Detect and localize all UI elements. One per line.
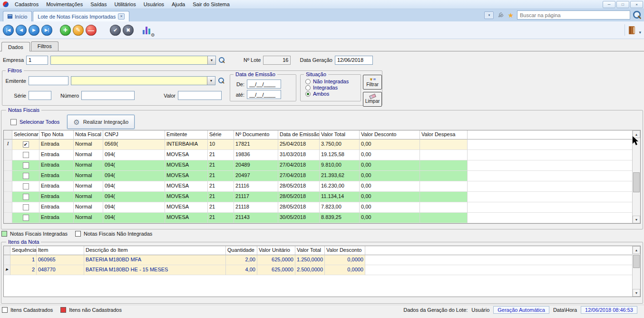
row-checkbox[interactable] [23,162,29,169]
notas-grid-row[interactable]: EntradaNormal094(MOVESA211983631/03/2018… [4,150,640,160]
notas-column-header[interactable]: Data de Emissão [278,130,320,139]
row-checkbox[interactable] [23,183,29,189]
cell-selecionar[interactable] [12,192,39,202]
tab-filtros[interactable]: Filtros [31,41,59,51]
emitente-search-icon[interactable] [218,77,224,84]
notas-column-header[interactable]: Selecionar [12,130,39,139]
menu-item-ajuda[interactable]: Ajuda [168,0,189,8]
scroll-up-icon[interactable]: ▲ [633,246,640,254]
page-search-input[interactable] [517,10,630,20]
cell-selecionar[interactable]: ✔ [12,139,39,150]
data-emissao-ate-field[interactable] [247,90,281,99]
notas-grid-row[interactable]: EntradaNormal094(MOVESA212111728/05/2018… [4,192,640,202]
notas-column-header[interactable]: Valor Despesa [420,130,468,139]
edit-button[interactable]: ✎ [73,25,84,36]
row-checkbox[interactable] [23,152,29,158]
cancel-button[interactable]: ✖ [123,25,134,36]
itens-column-header[interactable]: Valor Total [295,246,325,255]
scroll-up-icon[interactable]: ▲ [633,130,640,138]
chevron-down-icon[interactable]: ▼ [207,77,215,85]
cell-selecionar[interactable] [12,202,39,213]
itens-grid-row[interactable]: ▸2048770BATERIA M180BD HE - 15 MESES4,00… [4,265,640,275]
notas-column-header[interactable]: Série [208,130,234,139]
menu-item-cadastros[interactable]: Cadastros [11,0,42,8]
notas-grid-row[interactable]: EntradaNormal094(MOVESA212114330/05/2018… [4,213,640,223]
scroll-down-icon[interactable]: ▼ [633,289,640,297]
notas-grid-row[interactable]: EntradaNormal094(MOVESA212048927/04/2018… [4,160,640,171]
filtrar-button[interactable]: ▼= Filtrar [363,75,382,89]
nav-first-button[interactable]: |◀ [3,25,14,36]
notas-grid-row[interactable]: I✔EntradaNormal0569(INTERBAHIA101782125/… [4,139,640,150]
valor-field[interactable] [178,91,222,100]
chevron-down-icon[interactable]: ▼ [207,56,215,64]
chart-button[interactable]: ⚙ [141,24,154,36]
menu-item-movimentacoes[interactable]: Movimentações [42,0,87,8]
cell-selecionar[interactable] [12,213,39,223]
itens-column-header[interactable]: Quantidade [226,246,257,255]
tab-list-dropdown[interactable]: ▾ [484,11,494,19]
notas-column-header[interactable]: Tipo Nota [39,130,74,139]
notas-column-header[interactable]: CNPJ [103,130,165,139]
row-checkbox[interactable] [23,204,29,210]
situacao-radio[interactable]: Não Integradas [305,79,361,84]
itens-column-header[interactable]: Sequência [10,246,37,255]
tab-inicio[interactable]: Início [3,11,32,21]
delete-button[interactable]: — [86,25,97,36]
row-checkbox[interactable] [23,215,29,221]
empresa-search-icon[interactable] [218,57,225,64]
situacao-radio[interactable]: Ambos [305,91,361,97]
tab-dados[interactable]: Dados [1,42,30,51]
menu-item-sair[interactable]: Sair do Sistema [189,0,234,8]
data-geracao-field[interactable] [335,56,373,65]
itens-column-header[interactable]: Valor Unitário [257,246,295,255]
situacao-radio[interactable]: Integradas [305,85,361,90]
close-window-button[interactable]: × [630,1,643,8]
search-icon[interactable] [633,10,642,20]
notas-column-header[interactable]: Nota Fiscal [74,130,103,139]
wrench-icon[interactable] [497,11,504,19]
notas-column-header[interactable]: Emitente [165,130,208,139]
menu-item-saidas[interactable]: Saídas [87,0,110,8]
cell-selecionar[interactable] [12,160,39,171]
empresa-code-field[interactable] [26,56,48,65]
notas-grid-row[interactable]: EntradaNormal094(MOVESA212111628/05/2018… [4,181,640,192]
add-button[interactable]: + [60,25,71,36]
empresa-combo[interactable]: ▼ [50,56,216,65]
numero-field[interactable] [81,91,135,100]
menu-item-utilitarios[interactable]: Utilitários [110,0,139,8]
row-checkbox[interactable] [23,173,29,179]
data-emissao-de-field[interactable] [247,80,281,89]
realizar-integracao-button[interactable]: ⚙ Realizar Integração [67,115,135,129]
itens-column-header[interactable]: Descrição do Item [84,246,226,255]
itens-grid-scrollbar[interactable]: ▲ ▼ [632,246,640,297]
nav-last-button[interactable]: ▶| [41,25,52,36]
tab-lote-notas-fiscais[interactable]: Lote de Notas Fiscais Importadas × [33,11,129,21]
confirm-button[interactable]: ✔ [110,25,121,36]
itens-column-header[interactable]: Item [37,246,84,255]
notas-column-header[interactable]: Nº Documento [234,130,278,139]
selecionar-todos-checkbox[interactable]: Selecionar Todos [10,119,59,125]
scrollbar-thumb[interactable] [633,172,640,192]
maximize-button[interactable]: □ [616,1,629,8]
notas-column-header[interactable]: Valor Total [320,130,360,139]
favorite-star-icon[interactable]: ★ [507,12,514,19]
serie-field[interactable] [29,91,51,100]
scrollbar-thumb[interactable] [633,255,640,268]
notas-column-header[interactable]: Valor Desconto [360,130,420,139]
cell-selecionar[interactable] [12,181,39,192]
itens-column-header[interactable]: Valor Desconto [325,246,365,255]
limpar-button[interactable]: Limpar [363,92,382,107]
book-icon[interactable] [629,26,635,34]
checkbox-icon[interactable] [10,119,17,125]
notas-grid-row[interactable]: EntradaNormal094(MOVESA212049727/04/2018… [4,171,640,181]
cell-selecionar[interactable] [12,150,39,160]
nav-prior-button[interactable]: ◀ [16,25,27,36]
scroll-down-icon[interactable]: ▼ [633,216,640,223]
minimize-button[interactable]: ─ [603,1,615,8]
menu-item-usuarios[interactable]: Usuários [140,0,168,8]
emitente-code-field[interactable] [29,76,68,85]
lote-field[interactable] [263,56,291,65]
notas-grid-row[interactable]: EntradaNormal094(MOVESA212111828/05/2018… [4,202,640,213]
cell-selecionar[interactable] [12,171,39,181]
itens-grid-row[interactable]: 1060965BATERIA M180BD MFA2,00625,00001.2… [4,255,640,265]
